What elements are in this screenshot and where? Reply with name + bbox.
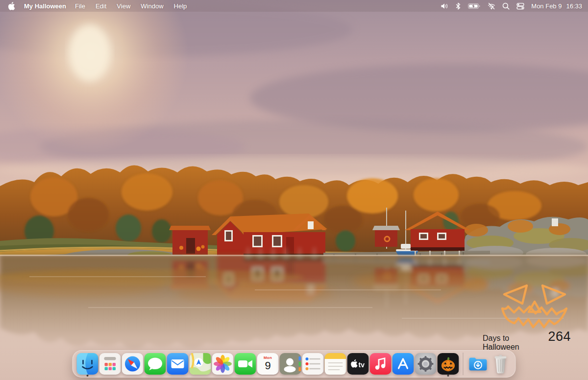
downloads-folder-dock-icon[interactable] <box>467 353 489 375</box>
menu-view[interactable]: View <box>117 2 130 10</box>
calendar-dock-icon[interactable]: Mon 9 <box>257 353 279 375</box>
clock-time: 16:33 <box>566 2 582 10</box>
maps-dock-icon[interactable] <box>190 353 211 375</box>
apple-tv-dock-icon[interactable]: tv <box>347 353 369 375</box>
trash-dock-icon[interactable] <box>490 353 512 375</box>
menu-bar: My Halloween File Edit View Window Help <box>0 0 588 12</box>
widget-days-count: 264 <box>548 329 571 344</box>
contacts-dock-icon[interactable] <box>280 353 301 375</box>
dock-separator <box>463 353 464 375</box>
safari-dock-icon[interactable] <box>122 353 144 375</box>
active-app-name[interactable]: My Halloween <box>24 2 66 10</box>
dock: Mon 9 tv <box>73 350 516 378</box>
menu-bar-clock[interactable]: Mon Feb 9 16:33 <box>531 2 582 10</box>
jack-o-lantern-face-icon <box>500 284 569 329</box>
menu-edit[interactable]: Edit <box>96 2 106 10</box>
running-indicator-dot <box>87 375 89 377</box>
system-settings-dock-icon[interactable] <box>415 353 437 375</box>
apple-logo-icon[interactable] <box>8 2 15 10</box>
volume-icon[interactable] <box>441 2 448 10</box>
control-center-icon[interactable] <box>516 2 524 10</box>
calendar-day-number: 9 <box>265 360 270 371</box>
menu-window[interactable]: Window <box>141 2 163 10</box>
widget-label: Days to Halloween <box>483 334 544 352</box>
menu-help[interactable]: Help <box>174 2 187 10</box>
menu-items: File Edit View Window Help <box>75 2 187 10</box>
launchpad-dock-icon[interactable] <box>99 353 121 375</box>
menu-file[interactable]: File <box>75 2 85 10</box>
days-to-halloween-widget: Days to Halloween 264 <box>483 284 571 352</box>
notes-dock-icon[interactable] <box>325 353 346 375</box>
bluetooth-icon[interactable] <box>455 2 461 10</box>
mail-dock-icon[interactable] <box>167 353 189 375</box>
app-store-dock-icon[interactable] <box>392 353 414 375</box>
running-indicator-dot <box>447 375 449 377</box>
clock-date: Mon Feb 9 <box>531 2 562 10</box>
photos-dock-icon[interactable] <box>212 353 234 375</box>
music-dock-icon[interactable] <box>370 353 392 375</box>
messages-dock-icon[interactable] <box>145 353 166 375</box>
finder-dock-icon[interactable] <box>77 353 98 375</box>
wifi-off-icon[interactable] <box>488 2 495 10</box>
reminders-dock-icon[interactable] <box>302 353 324 375</box>
my-halloween-dock-icon[interactable] <box>438 353 459 375</box>
spotlight-search-icon[interactable] <box>502 2 510 10</box>
battery-charging-icon[interactable] <box>468 2 481 10</box>
facetime-dock-icon[interactable] <box>235 353 256 375</box>
svg-text:tv: tv <box>359 361 365 369</box>
